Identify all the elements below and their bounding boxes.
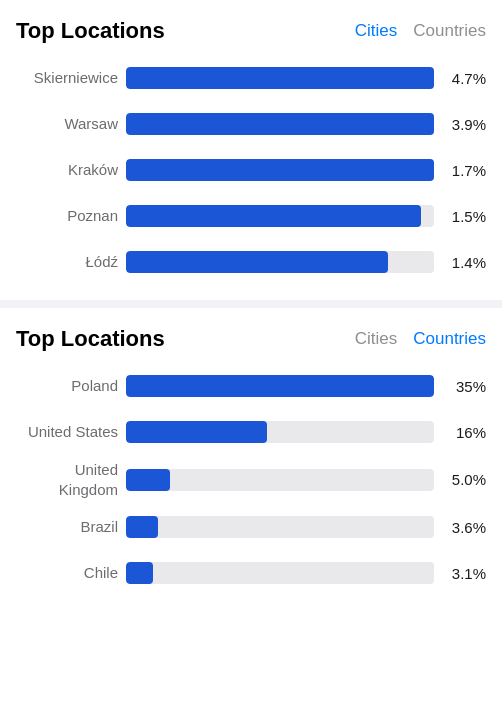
bar-row: Poznan 1.5%	[16, 198, 486, 234]
section-2-title: Top Locations	[16, 326, 165, 352]
bar-row: Skierniewice 4.7%	[16, 60, 486, 96]
bar-label: Poznan	[16, 206, 126, 226]
bar-fill	[126, 562, 153, 584]
bar-fill	[126, 469, 170, 491]
tab-countries-1[interactable]: Countries	[413, 21, 486, 41]
bar-track-container	[126, 159, 434, 181]
bar-track	[126, 562, 434, 584]
bar-row: United Kingdom 5.0%	[16, 460, 486, 499]
top-locations-section-1: Top Locations Cities Countries Skierniew…	[0, 0, 502, 300]
bar-label: United Kingdom	[16, 460, 126, 499]
bar-label: United States	[16, 422, 126, 442]
bar-value: 3.1%	[434, 565, 486, 582]
bar-track-container	[126, 67, 434, 89]
tab-countries-2[interactable]: Countries	[413, 329, 486, 349]
bar-value: 4.7%	[434, 70, 486, 87]
bar-row: Brazil 3.6%	[16, 509, 486, 545]
bar-value: 35%	[434, 378, 486, 395]
bar-fill	[126, 113, 434, 135]
section-1-title: Top Locations	[16, 18, 165, 44]
bar-value: 1.7%	[434, 162, 486, 179]
bar-fill	[126, 516, 158, 538]
bar-track-container	[126, 251, 434, 273]
bar-label: Kraków	[16, 160, 126, 180]
bar-fill	[126, 67, 434, 89]
bar-row: Łódź 1.4%	[16, 244, 486, 280]
bar-track-container	[126, 421, 434, 443]
bar-track	[126, 205, 434, 227]
bar-track	[126, 67, 434, 89]
section-1-header: Top Locations Cities Countries	[16, 18, 486, 44]
bar-track	[126, 251, 434, 273]
bar-fill	[126, 375, 434, 397]
bar-track	[126, 375, 434, 397]
section-1-tab-group: Cities Countries	[355, 21, 486, 41]
top-locations-section-2: Top Locations Cities Countries Poland 35…	[0, 308, 502, 611]
bar-value: 1.4%	[434, 254, 486, 271]
bar-track	[126, 159, 434, 181]
bar-track	[126, 421, 434, 443]
bar-track-container	[126, 205, 434, 227]
bar-track	[126, 469, 434, 491]
bar-track	[126, 516, 434, 538]
tab-cities-1[interactable]: Cities	[355, 21, 398, 41]
bar-track-container	[126, 375, 434, 397]
bar-fill	[126, 205, 421, 227]
bar-track-container	[126, 516, 434, 538]
bar-fill	[126, 251, 388, 273]
bar-row: Chile 3.1%	[16, 555, 486, 591]
bar-row: Kraków 1.7%	[16, 152, 486, 188]
bar-rows-section-1: Skierniewice 4.7% Warsaw 3.9% Kraków	[16, 60, 486, 280]
bar-value: 3.9%	[434, 116, 486, 133]
bar-track-container	[126, 113, 434, 135]
section-2-header: Top Locations Cities Countries	[16, 326, 486, 352]
bar-label: Brazil	[16, 517, 126, 537]
section-divider	[0, 300, 502, 308]
bar-value: 3.6%	[434, 519, 486, 536]
bar-fill	[126, 159, 434, 181]
tab-cities-2[interactable]: Cities	[355, 329, 398, 349]
bar-label: Poland	[16, 376, 126, 396]
section-2-tab-group: Cities Countries	[355, 329, 486, 349]
bar-label: Warsaw	[16, 114, 126, 134]
bar-label: Łódź	[16, 252, 126, 272]
bar-label: Chile	[16, 563, 126, 583]
bar-row: United States 16%	[16, 414, 486, 450]
bar-track	[126, 113, 434, 135]
bar-rows-section-2: Poland 35% United States 16% United King…	[16, 368, 486, 591]
bar-track-container	[126, 562, 434, 584]
bar-fill	[126, 421, 267, 443]
bar-value: 5.0%	[434, 471, 486, 488]
bar-row: Warsaw 3.9%	[16, 106, 486, 142]
bar-value: 16%	[434, 424, 486, 441]
bar-row: Poland 35%	[16, 368, 486, 404]
bar-track-container	[126, 469, 434, 491]
bar-label: Skierniewice	[16, 68, 126, 88]
bar-value: 1.5%	[434, 208, 486, 225]
